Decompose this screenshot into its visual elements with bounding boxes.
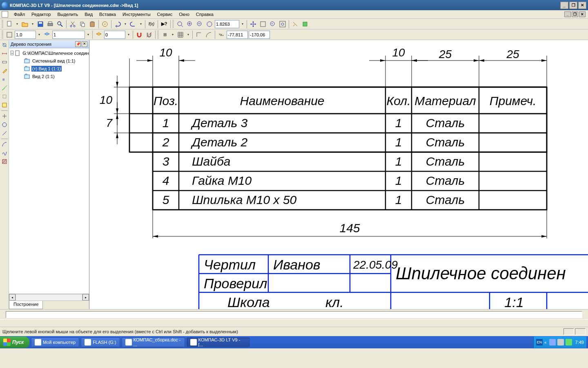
document-system-icon[interactable] bbox=[2, 11, 8, 18]
drawing-canvas[interactable]: 10102525107145Поз.НаименованиеКол.Матери… bbox=[89, 40, 588, 309]
scroll-right-button[interactable]: ▸ bbox=[82, 294, 89, 301]
variables-button[interactable]: f(x) bbox=[147, 20, 156, 29]
measure-tool-icon[interactable] bbox=[0, 84, 9, 92]
tray-icon[interactable] bbox=[566, 339, 572, 346]
new-button[interactable] bbox=[5, 20, 14, 29]
zoom-scale-button[interactable] bbox=[205, 20, 214, 29]
redo-dropdown[interactable] bbox=[138, 20, 143, 29]
edit-tool-icon[interactable] bbox=[0, 67, 9, 75]
geometry-tool-icon[interactable] bbox=[0, 41, 9, 49]
menu-window[interactable]: Окно bbox=[176, 11, 193, 18]
tree-view-node[interactable]: (т) Вид 1 (1:1) bbox=[10, 65, 88, 72]
point-tool-icon[interactable] bbox=[0, 112, 9, 120]
cut-button[interactable] bbox=[68, 20, 77, 29]
spline-tool-icon[interactable] bbox=[0, 149, 9, 157]
coord-x-input[interactable] bbox=[227, 31, 248, 39]
save-button[interactable] bbox=[36, 20, 45, 29]
spec-tool-icon[interactable] bbox=[0, 101, 9, 109]
menu-view[interactable]: Вид bbox=[81, 11, 96, 18]
lang-indicator[interactable]: EN bbox=[536, 339, 543, 346]
zoom-window-button[interactable] bbox=[176, 20, 185, 29]
tree-view-node[interactable]: Системный вид (1:1) bbox=[10, 57, 88, 65]
menu-edit[interactable]: Редактор bbox=[28, 11, 54, 18]
tray-expand-button[interactable]: « bbox=[544, 340, 547, 345]
layer-input[interactable] bbox=[104, 31, 125, 39]
copy-button[interactable] bbox=[78, 20, 87, 29]
layer-dropdown[interactable] bbox=[126, 30, 131, 39]
hatch-tool-icon[interactable] bbox=[0, 157, 9, 166]
menu-service[interactable]: Сервис bbox=[154, 11, 176, 18]
redraw-button[interactable] bbox=[291, 20, 300, 29]
properties-button[interactable] bbox=[100, 20, 109, 29]
tree-tab-build[interactable]: Построение bbox=[9, 301, 43, 309]
params-tool-icon[interactable]: ≡ bbox=[0, 75, 9, 83]
taskbar-item[interactable]: КОМПАС-3D LT V9 - [... bbox=[187, 337, 250, 347]
minimize-button[interactable]: _ bbox=[560, 2, 568, 9]
layer-button[interactable] bbox=[42, 30, 51, 39]
taskbar-item[interactable]: Мой компьютер bbox=[31, 337, 79, 347]
grid-dropdown[interactable] bbox=[186, 30, 191, 39]
style-pick-button[interactable] bbox=[5, 30, 14, 39]
doc-minimize-button[interactable]: _ bbox=[564, 11, 571, 17]
view-dropdown[interactable] bbox=[86, 30, 91, 39]
tree-view-node[interactable]: Вид 2 (1:1) bbox=[10, 72, 88, 80]
zoom-prev-button[interactable] bbox=[268, 20, 277, 29]
help-button[interactable]: ▶? bbox=[160, 20, 169, 29]
open-dropdown[interactable] bbox=[30, 20, 35, 29]
tree-body[interactable]: − G:\КОМПАС\Шпилечное соединен Системный… bbox=[9, 48, 89, 294]
open-button[interactable] bbox=[20, 20, 29, 29]
undo-dropdown[interactable] bbox=[123, 20, 128, 29]
layer-btn-2[interactable] bbox=[94, 30, 103, 39]
print-button[interactable] bbox=[46, 20, 55, 29]
undo-button[interactable] bbox=[113, 20, 122, 29]
doc-restore-button[interactable]: ❐ bbox=[572, 11, 578, 17]
fit-button[interactable] bbox=[258, 20, 267, 29]
select-tool-icon[interactable] bbox=[0, 92, 9, 101]
menu-insert[interactable]: Вставка bbox=[96, 11, 119, 18]
zoom-dropdown[interactable] bbox=[240, 20, 245, 29]
taskbar-item[interactable]: КОМПАС_сборка.doc - ... bbox=[122, 337, 185, 347]
notation-tool-icon[interactable] bbox=[0, 58, 9, 66]
taskbar-item[interactable]: FLASH (G:) bbox=[81, 337, 120, 347]
start-button[interactable]: Пуск bbox=[0, 337, 29, 348]
restore-button[interactable]: ❐ bbox=[569, 2, 577, 9]
paste-button[interactable] bbox=[88, 20, 97, 29]
dimensions-tool-icon[interactable] bbox=[0, 49, 9, 58]
grid-button[interactable] bbox=[176, 30, 185, 39]
circle-tool-icon[interactable] bbox=[0, 121, 9, 129]
doc-close-button[interactable]: ✕ bbox=[579, 11, 586, 17]
magnet-off-button[interactable] bbox=[145, 30, 154, 39]
scroll-track[interactable] bbox=[16, 294, 82, 301]
round-button[interactable] bbox=[204, 30, 213, 39]
line-tool-icon[interactable] bbox=[0, 129, 9, 137]
tray-icon[interactable] bbox=[549, 339, 556, 346]
tree-collapse-icon[interactable]: − bbox=[11, 51, 13, 55]
toolbar-grip-icon[interactable] bbox=[172, 20, 174, 28]
menu-help[interactable]: Справка bbox=[193, 11, 217, 18]
zoom-all-button[interactable] bbox=[278, 20, 287, 29]
view-input[interactable] bbox=[52, 31, 85, 39]
scale-dropdown[interactable] bbox=[37, 30, 42, 39]
redo-button[interactable] bbox=[129, 20, 138, 29]
message-input[interactable] bbox=[6, 311, 582, 318]
menu-file[interactable]: Файл bbox=[11, 11, 28, 18]
tray-icon[interactable] bbox=[557, 339, 564, 346]
zoom-out-button[interactable] bbox=[195, 20, 204, 29]
ortho-button[interactable] bbox=[194, 30, 203, 39]
tree-pin-button[interactable]: 📌 bbox=[75, 41, 81, 47]
close-button[interactable]: ✕ bbox=[578, 2, 586, 9]
tree-horizontal-scrollbar[interactable]: ◂ ▸ bbox=[9, 294, 89, 301]
arc-tool-icon[interactable] bbox=[0, 140, 9, 148]
zoom-in-button[interactable] bbox=[185, 20, 194, 29]
pan-button[interactable] bbox=[249, 20, 258, 29]
menu-select[interactable]: Выделить bbox=[54, 11, 81, 18]
toolbar-grip-icon[interactable] bbox=[2, 20, 3, 28]
snap-button[interactable]: ⊞ bbox=[160, 30, 169, 39]
snap-dropdown[interactable] bbox=[170, 30, 175, 39]
clock[interactable]: 7:49 bbox=[575, 340, 584, 345]
coord-y-input[interactable] bbox=[249, 31, 270, 39]
new-dropdown[interactable] bbox=[15, 20, 20, 29]
scroll-left-button[interactable]: ◂ bbox=[9, 294, 16, 301]
rebuild-button[interactable] bbox=[301, 20, 310, 29]
tree-root-node[interactable]: − G:\КОМПАС\Шпилечное соединен bbox=[10, 49, 88, 57]
